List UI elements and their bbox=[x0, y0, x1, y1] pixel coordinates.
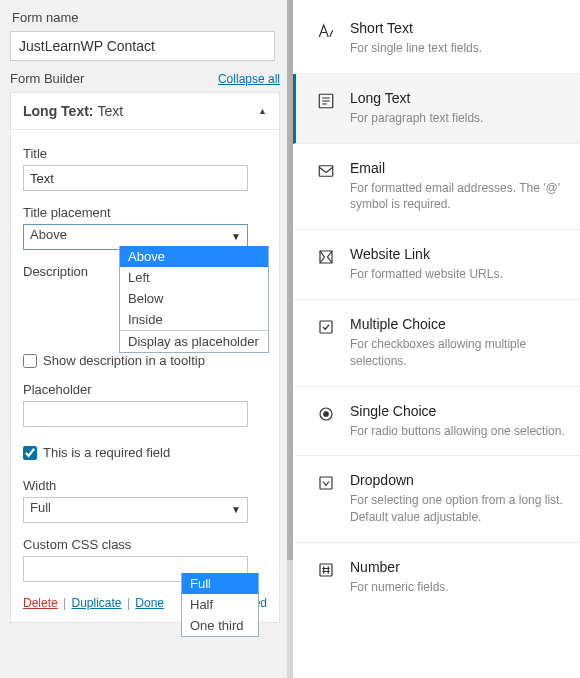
footer-links: Delete | Duplicate | Done bbox=[23, 596, 164, 610]
field-type-title: Single Choice bbox=[350, 403, 565, 419]
duplicate-link[interactable]: Duplicate bbox=[72, 596, 122, 610]
radio-icon bbox=[316, 403, 336, 440]
svg-rect-1 bbox=[319, 165, 333, 176]
email-icon bbox=[316, 160, 336, 214]
svg-rect-6 bbox=[320, 564, 332, 576]
dropdown-option[interactable]: Full bbox=[182, 573, 258, 594]
field-type-desc: For numeric fields. bbox=[350, 579, 449, 596]
dropdown-option[interactable]: Display as placeholder bbox=[120, 330, 268, 352]
field-type-title: Website Link bbox=[350, 246, 503, 262]
short-text-icon bbox=[316, 20, 336, 57]
field-type-website-link[interactable]: Website Link For formatted website URLs. bbox=[293, 230, 580, 300]
field-type-desc: For checkboxes allowing multiple selecti… bbox=[350, 336, 566, 370]
field-type-number[interactable]: Number For numeric fields. bbox=[293, 543, 580, 612]
dropdown-option[interactable]: Above bbox=[120, 246, 268, 267]
field-type-desc: For radio buttons allowing one selection… bbox=[350, 423, 565, 440]
title-placement-dropdown: Above Left Below Inside Display as place… bbox=[119, 246, 269, 353]
svg-rect-5 bbox=[320, 477, 332, 489]
field-type-title: Long Text bbox=[350, 90, 483, 106]
dropdown-option[interactable]: Below bbox=[120, 288, 268, 309]
form-name-label: Form name bbox=[12, 10, 283, 25]
placeholder-input[interactable] bbox=[23, 401, 248, 427]
number-icon bbox=[316, 559, 336, 596]
field-type-title: Multiple Choice bbox=[350, 316, 566, 332]
field-type-long-text[interactable]: Long Text For paragraph text fields. bbox=[293, 74, 580, 144]
svg-rect-2 bbox=[320, 321, 332, 333]
field-type-desc: For formatted email addresses. The '@' s… bbox=[350, 180, 566, 214]
dropdown-option[interactable]: One third bbox=[182, 615, 258, 636]
show-tooltip-label: Show description in a tooltip bbox=[43, 353, 205, 368]
field-type-desc: For selecting one option from a long lis… bbox=[350, 492, 566, 526]
width-select[interactable]: Full ▼ bbox=[23, 497, 248, 523]
form-name-input[interactable] bbox=[10, 31, 275, 61]
field-type-title: Short Text bbox=[350, 20, 482, 36]
width-label: Width bbox=[23, 478, 267, 493]
field-type-multiple-choice[interactable]: Multiple Choice For checkboxes allowing … bbox=[293, 300, 580, 387]
caret-down-icon: ▼ bbox=[231, 231, 241, 242]
field-panel-body: Title Title placement Above ▼ Descriptio… bbox=[11, 130, 279, 622]
show-tooltip-row: Show description in a tooltip bbox=[23, 353, 267, 368]
field-type-short-text[interactable]: Short Text For single line text fields. bbox=[293, 4, 580, 74]
caret-down-icon: ▼ bbox=[231, 504, 241, 515]
field-type-title: Email bbox=[350, 160, 566, 176]
scrollbar-track bbox=[287, 0, 293, 678]
required-label: This is a required field bbox=[43, 445, 170, 460]
field-type-title: Dropdown bbox=[350, 472, 566, 488]
field-panel-title: Long Text: Text bbox=[23, 103, 123, 119]
long-text-icon bbox=[316, 90, 336, 127]
show-tooltip-checkbox[interactable] bbox=[23, 354, 37, 368]
form-editor-panel: Form name Form Builder Collapse all Long… bbox=[0, 0, 293, 678]
title-label: Title bbox=[23, 146, 267, 161]
scrollbar-thumb[interactable] bbox=[287, 0, 293, 560]
width-value: Full bbox=[30, 500, 51, 515]
done-link[interactable]: Done bbox=[135, 596, 164, 610]
title-placement-label: Title placement bbox=[23, 205, 267, 220]
field-type-single-choice[interactable]: Single Choice For radio buttons allowing… bbox=[293, 387, 580, 457]
field-type-desc: For paragraph text fields. bbox=[350, 110, 483, 127]
custom-css-label: Custom CSS class bbox=[23, 537, 267, 552]
field-panel-header[interactable]: Long Text: Text ▲ bbox=[11, 93, 279, 130]
field-type-dropdown[interactable]: Dropdown For selecting one option from a… bbox=[293, 456, 580, 543]
field-type-desc: For single line text fields. bbox=[350, 40, 482, 57]
chevron-up-icon: ▲ bbox=[258, 106, 267, 116]
checkbox-icon bbox=[316, 316, 336, 370]
dropdown-option[interactable]: Inside bbox=[120, 309, 268, 330]
required-row: This is a required field bbox=[23, 445, 267, 460]
dropdown-option[interactable]: Half bbox=[182, 594, 258, 615]
link-icon bbox=[316, 246, 336, 283]
dropdown-icon bbox=[316, 472, 336, 526]
collapse-all-link[interactable]: Collapse all bbox=[218, 72, 280, 86]
field-type-list: Short Text For single line text fields. … bbox=[293, 0, 580, 678]
field-type-desc: For formatted website URLs. bbox=[350, 266, 503, 283]
width-dropdown: Full Half One third bbox=[181, 573, 259, 637]
field-type-email[interactable]: Email For formatted email addresses. The… bbox=[293, 144, 580, 231]
svg-point-4 bbox=[324, 411, 329, 416]
title-placement-value: Above bbox=[30, 227, 67, 242]
title-input[interactable] bbox=[23, 165, 248, 191]
field-panel: Long Text: Text ▲ Title Title placement … bbox=[10, 92, 280, 623]
dropdown-option[interactable]: Left bbox=[120, 267, 268, 288]
delete-link[interactable]: Delete bbox=[23, 596, 58, 610]
required-checkbox[interactable] bbox=[23, 446, 37, 460]
field-type-title: Number bbox=[350, 559, 449, 575]
form-builder-label: Form Builder bbox=[10, 71, 84, 86]
placeholder-label: Placeholder bbox=[23, 382, 267, 397]
